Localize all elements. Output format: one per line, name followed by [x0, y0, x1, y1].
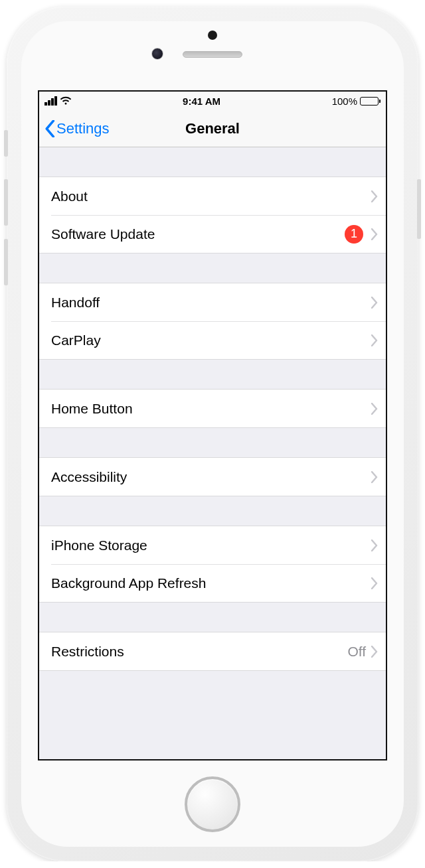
row-restrictions[interactable]: Restrictions Off: [39, 632, 386, 670]
row-label: CarPlay: [51, 332, 371, 348]
wifi-icon: [60, 96, 72, 106]
row-carplay[interactable]: CarPlay: [39, 321, 386, 359]
row-label: About: [51, 188, 371, 204]
earpiece-speaker: [183, 51, 242, 58]
power-button[interactable]: [417, 179, 421, 239]
status-bar: 9:41 AM 100%: [39, 92, 386, 110]
row-label: Software Update: [51, 226, 345, 242]
navigation-bar: Settings General: [39, 110, 386, 147]
iphone-device-frame: 9:41 AM 100% Settings General: [7, 7, 418, 861]
row-home-button[interactable]: Home Button: [39, 390, 386, 427]
home-button[interactable]: [185, 776, 240, 832]
row-label: Handoff: [51, 295, 371, 311]
chevron-right-icon: [371, 471, 378, 483]
screen: 9:41 AM 100% Settings General: [38, 90, 387, 760]
battery-percentage: 100%: [332, 96, 357, 107]
back-label: Settings: [56, 120, 110, 137]
row-background-app-refresh[interactable]: Background App Refresh: [39, 564, 386, 602]
chevron-right-icon: [371, 297, 378, 309]
row-label: Background App Refresh: [51, 575, 371, 591]
proximity-sensor: [208, 31, 217, 40]
row-label: Home Button: [51, 401, 371, 417]
volume-down-button[interactable]: [4, 239, 8, 285]
chevron-right-icon: [371, 228, 378, 240]
row-label: iPhone Storage: [51, 538, 371, 553]
settings-list: About Software Update 1 Handoff: [39, 147, 386, 671]
cellular-signal-icon: [44, 96, 57, 106]
chevron-right-icon: [371, 577, 378, 589]
front-camera: [151, 48, 163, 60]
row-label: Accessibility: [51, 469, 371, 485]
battery-icon: [360, 97, 381, 106]
chevron-right-icon: [371, 334, 378, 346]
page-title: General: [185, 120, 240, 137]
row-accessibility[interactable]: Accessibility: [39, 458, 386, 496]
mute-switch[interactable]: [4, 130, 8, 157]
status-time: 9:41 AM: [183, 96, 220, 107]
row-software-update[interactable]: Software Update 1: [39, 215, 386, 253]
notification-badge: 1: [345, 225, 363, 244]
chevron-right-icon: [371, 646, 378, 658]
volume-up-button[interactable]: [4, 179, 8, 226]
row-about[interactable]: About: [39, 177, 386, 215]
chevron-right-icon: [371, 540, 378, 551]
back-button[interactable]: Settings: [44, 120, 110, 137]
row-handoff[interactable]: Handoff: [39, 283, 386, 321]
row-label: Restrictions: [51, 644, 347, 660]
chevron-right-icon: [371, 190, 378, 202]
row-iphone-storage[interactable]: iPhone Storage: [39, 526, 386, 564]
row-value: Off: [347, 644, 366, 660]
chevron-left-icon: [44, 120, 55, 137]
chevron-right-icon: [371, 403, 378, 415]
